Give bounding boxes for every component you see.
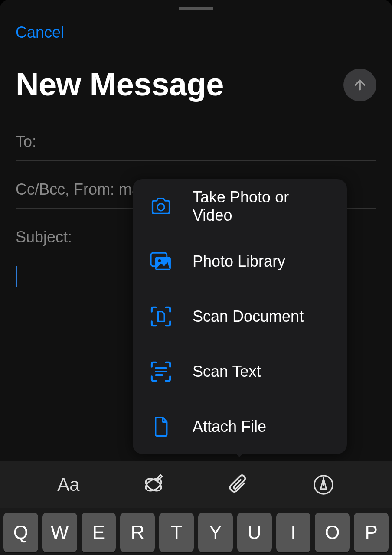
key-y[interactable]: Y bbox=[198, 513, 233, 552]
attachment-button[interactable] bbox=[225, 472, 252, 498]
send-button[interactable] bbox=[343, 69, 376, 101]
keyboard: Q W E R T Y U I O P bbox=[0, 508, 392, 555]
paperclip-icon bbox=[227, 473, 250, 496]
svg-point-4 bbox=[158, 259, 161, 262]
key-w[interactable]: W bbox=[42, 513, 77, 552]
camera-icon bbox=[150, 195, 172, 218]
to-field[interactable]: To: bbox=[16, 133, 376, 161]
sheet-grabber[interactable] bbox=[179, 7, 213, 10]
page-title: New Message bbox=[16, 66, 224, 103]
key-o[interactable]: O bbox=[315, 513, 350, 552]
key-u[interactable]: U bbox=[237, 513, 272, 552]
cancel-button[interactable]: Cancel bbox=[16, 23, 64, 42]
key-t[interactable]: T bbox=[159, 513, 194, 552]
key-r[interactable]: R bbox=[120, 513, 155, 552]
aa-icon: Aa bbox=[57, 474, 79, 495]
menu-item-scan-document[interactable]: Scan Document bbox=[133, 289, 347, 344]
key-p[interactable]: P bbox=[354, 513, 389, 552]
scan-text-icon bbox=[150, 360, 172, 383]
menu-item-take-photo[interactable]: Take Photo or Video bbox=[133, 179, 347, 234]
key-i[interactable]: I bbox=[276, 513, 311, 552]
attachment-menu: Take Photo or Video Photo Library bbox=[133, 179, 347, 454]
arrow-up-icon bbox=[352, 77, 368, 93]
subject-label: Subject: bbox=[16, 228, 72, 246]
menu-item-scan-text[interactable]: Scan Text bbox=[133, 344, 347, 399]
text-cursor bbox=[16, 266, 17, 287]
format-toolbar: Aa bbox=[0, 461, 392, 508]
text-format-button[interactable]: Aa bbox=[56, 472, 82, 498]
markup-icon bbox=[312, 473, 335, 496]
scan-document-icon bbox=[150, 305, 172, 328]
ai-compose-button[interactable] bbox=[140, 472, 167, 498]
menu-item-photo-library[interactable]: Photo Library bbox=[133, 234, 347, 289]
ai-compose-icon bbox=[142, 473, 165, 496]
menu-label: Take Photo or Video bbox=[193, 188, 332, 225]
cc-label: Cc/Bcc, From: bbox=[16, 180, 114, 199]
menu-label: Scan Text bbox=[193, 362, 261, 381]
compose-sheet: Cancel New Message To: Cc/Bcc, From: ma … bbox=[0, 0, 392, 555]
menu-pointer bbox=[234, 452, 245, 457]
menu-label: Scan Document bbox=[193, 307, 304, 326]
markup-button[interactable] bbox=[310, 472, 336, 498]
to-label: To: bbox=[16, 133, 36, 151]
svg-point-1 bbox=[157, 204, 164, 211]
file-icon bbox=[150, 415, 172, 438]
menu-label: Attach File bbox=[193, 418, 266, 436]
key-q[interactable]: Q bbox=[3, 513, 38, 552]
key-e[interactable]: E bbox=[82, 513, 116, 552]
menu-item-attach-file[interactable]: Attach File bbox=[133, 399, 347, 454]
menu-label: Photo Library bbox=[193, 252, 285, 271]
photo-library-icon bbox=[150, 250, 172, 273]
